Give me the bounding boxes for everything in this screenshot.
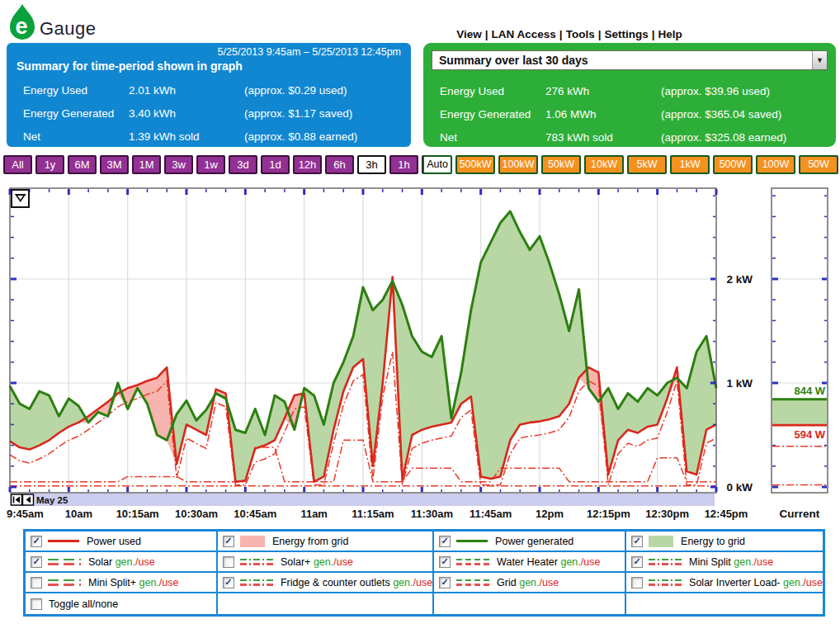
range-button-1y[interactable]: 1y [35,155,64,174]
x-axis-label: 12pm [536,508,564,520]
legend-checkbox-unchecked[interactable] [223,556,234,568]
nav-tools[interactable]: Tools [566,28,595,40]
chevron-down-icon[interactable]: ▼ [812,51,827,69]
legend-item: ✓Power used [26,532,218,552]
scale-button-1kw[interactable]: 1kW [670,155,710,174]
summary-approx: (approx. $365.04 saved) [661,102,786,125]
legend-checkbox-checked[interactable]: ✓ [439,536,451,547]
legend-swatch-fill-green [649,536,673,547]
summary-30days-rows: Energy Used276 kWh(approx. $39.96 used)E… [440,79,786,149]
top-nav: View|LAN Access|Tools|Settings|Help [367,28,772,40]
legend-checkbox-checked[interactable]: ✓ [631,536,643,547]
nav-settings[interactable]: Settings [604,28,648,40]
nav-lan-access[interactable]: LAN Access [492,28,556,40]
scale-button-5kw[interactable]: 5kW [627,155,667,174]
current-caption: Current [780,508,820,520]
x-axis-label: 11:45am [470,508,512,520]
range-button-3d[interactable]: 3d [229,155,257,174]
chart-menu-button[interactable] [12,190,29,207]
scale-button-500w[interactable]: 500W [713,155,753,174]
legend-checkbox-checked[interactable]: ✓ [31,556,42,568]
legend-swatch-fill-pink [240,536,265,547]
legend-label: Energy from grid [272,536,348,547]
scale-button-50kw[interactable]: 50kW [541,155,581,174]
legend-swatch-line-red [48,540,79,542]
legend-checkbox-unchecked[interactable] [31,598,42,610]
legend-label: Solar gen./use [88,556,155,568]
range-button-12h[interactable]: 12h [293,155,322,174]
x-axis-label: 12:15pm [587,508,630,520]
legend-swatch-pair-dash-long [48,559,81,565]
legend-checkbox-unchecked[interactable] [31,577,42,588]
x-axis-label: 12:30pm [645,508,689,520]
nav-help[interactable]: Help [658,28,682,40]
legend-checkbox-checked[interactable]: ✓ [631,556,643,568]
range-button-3m[interactable]: 3M [100,155,129,174]
current-used-value: 594 W [794,428,825,441]
legend-item: ✓Mini Split gen./use [626,552,823,573]
legend-label: Grid gen./use [497,577,559,588]
range-button-3h[interactable]: 3h [357,155,386,174]
legend-swatch-pair-dashdot [240,559,273,565]
current-plot-border [772,188,828,493]
summary-value: 276 kWh [545,79,661,102]
legend-checkbox-checked[interactable]: ✓ [223,536,234,547]
x-axis-label: 11:15am [352,508,394,520]
summary-row: Net783 kWh sold(approx. $325.08 earned) [440,125,786,149]
scale-button-auto[interactable]: Auto [422,155,452,174]
y-axis-label: 1 kW [726,377,753,390]
scale-button-500kw[interactable]: 500kW [455,155,495,174]
scale-button-100w[interactable]: 100W [756,155,795,174]
egauge-droplet-icon: e [8,3,36,41]
scale-button-100kw[interactable]: 100kW [498,155,538,174]
current-to-grid-area [772,399,827,426]
nav-view[interactable]: View [456,28,482,40]
legend-checkbox-checked[interactable]: ✓ [31,536,42,547]
legend-empty-cell [218,593,434,614]
range-button-all[interactable]: All [3,155,32,174]
range-button-6h[interactable]: 6h [325,155,354,174]
range-button-1h[interactable]: 1h [389,155,418,174]
scroll-left-button[interactable] [23,494,34,505]
chart-scrollbar[interactable] [10,494,715,506]
x-axis-label: 10:45am [234,508,276,520]
legend-checkbox-checked[interactable]: ✓ [223,577,234,588]
legend-item: ✓Fridge & counter outlets gen./use [218,573,434,593]
summary-label: Energy Generated [23,102,129,125]
legend-checkbox-checked[interactable]: ✓ [439,577,451,588]
summary-period-panel: 5/25/2013 9:45am – 5/25/2013 12:45pm Sum… [7,43,411,147]
scrollbar-date-label: May 25 [36,495,68,505]
summary-period-title: Summary for time-period shown in graph [7,58,411,73]
range-button-6m[interactable]: 6M [68,155,97,174]
legend-item: ✓Power generated [434,532,626,552]
summary-label: Energy Used [440,79,545,102]
range-button-1d[interactable]: 1d [261,155,290,174]
summary-range-dropdown[interactable]: Summary over last 30 days ▼ [432,50,828,70]
legend-label: Solar+ gen./use [281,556,353,568]
summary-30days-panel: Summary over last 30 days ▼ Energy Used2… [423,43,836,147]
summary-approx: (approx. $1.17 saved) [244,102,357,125]
range-button-1w[interactable]: 1w [196,155,225,174]
range-button-3w[interactable]: 3w [164,155,193,174]
scale-button-50w[interactable]: 50W [799,155,838,174]
legend-label: Mini Split gen./use [689,556,773,568]
legend-swatch-pair-dashdot [649,559,682,565]
summary-period-rows: Energy Used2.01 kWh(approx. $0.29 used)E… [23,78,357,148]
power-chart[interactable]: May 259:45am10am10:15am10:30am10:45am11a… [0,183,840,530]
legend-empty-cell [626,593,823,614]
scroll-to-start-button[interactable] [12,494,22,505]
nav-separator: | [559,28,563,40]
legend-item: Solar Inverter Load- gen./use [626,573,823,593]
legend-swatch-pair-dash-short [456,559,489,565]
legend-item: ✓Energy to grid [626,532,823,552]
date-range: 5/25/2013 9:45am – 5/25/2013 12:45pm [7,43,411,58]
y-axis-label: 2 kW [726,273,753,286]
range-button-1m[interactable]: 1M [132,155,161,174]
scale-button-10kw[interactable]: 10kW [584,155,624,174]
legend-label: Toggle all/none [49,598,118,610]
legend-checkbox-unchecked[interactable] [631,577,643,588]
summary-value: 3.40 kWh [129,102,244,125]
current-generated-value: 844 W [794,385,825,397]
legend-checkbox-checked[interactable]: ✓ [439,556,451,568]
legend-swatch-pair-dashdot [240,579,273,586]
